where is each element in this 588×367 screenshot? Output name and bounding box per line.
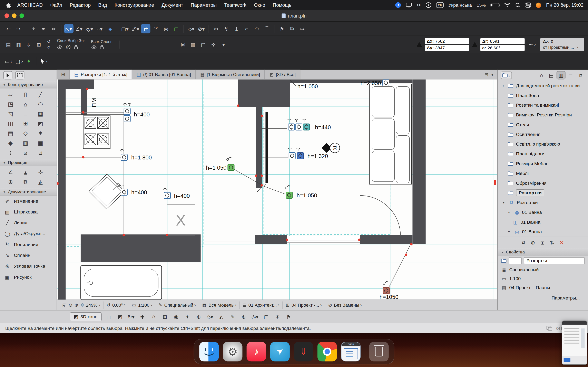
tree-item-rozgortky[interactable]: ▾ ⧉ Розгортки [498, 198, 588, 208]
toolbar-icon[interactable]: ▢ [172, 24, 181, 33]
dock-icon-settings[interactable]: ⚙ [223, 342, 242, 361]
toolbar-icon[interactable]: ▩ [189, 40, 198, 49]
properties-section-header[interactable]: Свойства [498, 248, 588, 256]
tab-rozgortky[interactable]: ▤ Розгортки [1. 1-й этаж] [70, 70, 132, 79]
pan-icon[interactable]: ✥ [80, 302, 84, 308]
toolbar-icon[interactable]: ⌐ [242, 24, 251, 33]
documentation-tool[interactable]: ✐ Изменение [0, 196, 57, 206]
design-tool-icon[interactable]: ◹ [3, 109, 18, 119]
navigator-item[interactable]: Розетки та вимикачі [498, 100, 588, 110]
control-center-icon[interactable] [526, 2, 531, 8]
design-tool-icon[interactable]: ◫ [3, 119, 18, 128]
zoom-in-icon[interactable]: ⊕ [74, 302, 78, 308]
3d-toolbar-icon[interactable]: ⌂ [149, 312, 158, 321]
tree-item-vanna1[interactable]: ▾ ◎ 01 Ванна [498, 208, 588, 217]
navigator-action-icon[interactable]: ⧉ [522, 239, 525, 246]
graphic-override-control[interactable]: ⊘ Без Замены [325, 301, 365, 309]
menu-item[interactable]: Параметры [187, 2, 221, 8]
input-language-badge[interactable]: УК [436, 2, 443, 8]
design-tool-icon[interactable]: ⌂ [18, 99, 33, 109]
toolbar-icon[interactable]: ✛ [209, 40, 218, 49]
design-tool-icon[interactable]: ⧄ [18, 148, 33, 158]
navigator-action-icon[interactable]: ⊞ [540, 240, 545, 245]
toolbar-icon[interactable]: ⊞ [34, 40, 43, 49]
fit-in-window-icon[interactable]: ◱ [62, 302, 67, 308]
section-documentation[interactable]: Документирование [0, 188, 57, 196]
relative-toggle-icon[interactable] [472, 42, 477, 47]
3d-toolbar-icon[interactable]: ⊚ [239, 312, 248, 321]
navigator-mode-icon[interactable]: ▥ [557, 71, 566, 79]
toolbar-icon[interactable]: xy▾ [84, 24, 94, 33]
toolbar-icon[interactable]: ∷▾ [95, 24, 104, 33]
structure-display-control[interactable]: ▦ Вся Модель [199, 301, 240, 309]
navigator-item[interactable]: План підлоги [498, 149, 588, 159]
toolbar-icon[interactable]: ✂ [212, 24, 221, 33]
navigator-mode-icon[interactable]: ▤ [547, 71, 556, 79]
floor-plan-drawing[interactable]: X [57, 79, 497, 300]
location-icon[interactable] [395, 2, 401, 8]
floor-plan-canvas[interactable]: X [57, 79, 497, 300]
toolbar-icon[interactable]: ⇩ [24, 40, 34, 49]
screenshot-preview[interactable] [562, 320, 587, 365]
3d-toolbar-icon[interactable]: ◎▾ [251, 312, 259, 321]
navigator-item[interactable]: Розгортки [498, 188, 588, 198]
3d-toolbar-icon[interactable]: ↻▾ [127, 312, 136, 321]
toolbar-icon[interactable]: ▤ [4, 40, 13, 49]
navigator-item[interactable]: Оброзмірення [498, 178, 588, 188]
projection-tool-icon[interactable]: ⧉ [18, 177, 33, 187]
dr-input[interactable]: Δr:8591 [480, 38, 525, 44]
3d-toolbar-icon[interactable]: ⊕ [194, 312, 203, 321]
close-window-button[interactable] [4, 13, 9, 18]
navigator-item[interactable]: План Зона [498, 91, 588, 100]
wifi-icon[interactable] [504, 3, 510, 8]
zoom-level[interactable]: 249% [86, 302, 100, 308]
toolbar-icon[interactable]: ⌒ [262, 24, 272, 33]
apple-menu[interactable] [6, 2, 11, 8]
marquee-tool[interactable] [15, 71, 24, 79]
3d-toolbar-icon[interactable]: ◭ [217, 312, 226, 321]
toolbar-icon[interactable]: ⊶ [297, 24, 307, 33]
navigator-item[interactable]: Освітл. з прив'язкою [498, 139, 588, 149]
sofa-furniture[interactable] [369, 84, 411, 184]
navigator-action-icon[interactable]: ⊕ [531, 240, 535, 245]
tree-item-vanna3[interactable]: ▾ ◎ 01 Ванна [498, 227, 588, 237]
toolbar-icon[interactable]: ▢▾ [120, 24, 130, 33]
arrow-tool-button[interactable] [39, 57, 48, 66]
navigator-collapse-button[interactable] [501, 72, 512, 79]
design-tool-icon[interactable]: ╱ [33, 90, 48, 99]
tab-3d[interactable]: ◩ [3D / Все] [265, 70, 301, 79]
projection-tool-icon[interactable]: ∠ [3, 167, 18, 177]
documentation-tool[interactable]: ▨ Штриховка [0, 206, 57, 217]
menu-item[interactable]: Вид [95, 2, 111, 8]
zoom-out-icon[interactable]: ⊖ [69, 302, 72, 308]
3d-toolbar-icon[interactable]: ⊞ [160, 312, 169, 321]
dock-icon-plan-window[interactable]: план [341, 342, 361, 361]
3d-toolbar-icon[interactable]: ◩ [115, 312, 124, 321]
navigator-mode-icon[interactable]: ≣ [566, 71, 575, 79]
menu-item[interactable]: Окно [250, 2, 269, 8]
tab-overview-button[interactable]: ⊞ [57, 70, 70, 79]
menu-item[interactable]: Файл [47, 2, 66, 8]
caret-icon[interactable]: ▾ [508, 230, 512, 234]
dz-panel[interactable]: Δz:0 от Проектный ... [540, 38, 584, 50]
design-tool-icon[interactable]: ⊿ [33, 148, 48, 158]
angle-input[interactable]: a:26,60° [480, 45, 525, 50]
toolbar-icon[interactable]: ▭ [4, 57, 13, 66]
toolbar-icon[interactable]: ☍▾ [130, 24, 140, 33]
toolbar-icon[interactable]: ✒ [39, 24, 48, 33]
toolbar-icon[interactable]: ↥ [232, 24, 241, 33]
property-pen-row[interactable]: ≣ Специальный [498, 265, 588, 274]
dropper-button[interactable]: ✒ [527, 40, 537, 49]
3d-toolbar-icon[interactable]: ⚑ [284, 312, 293, 321]
documentation-tool[interactable]: ▣ Рисунок [0, 272, 57, 282]
tabbar-icon[interactable]: ▾ [491, 72, 493, 77]
dock-icon-music[interactable]: ♪ [247, 342, 266, 361]
eye-icon[interactable] [91, 45, 97, 49]
navigator-item[interactable]: Для відомостей розеток та ви [498, 81, 588, 91]
menu-item[interactable]: Документ [158, 2, 187, 8]
menu-item[interactable]: Редактор [66, 2, 95, 8]
scale-control[interactable]: ▭ 1:100 [129, 301, 155, 309]
hide-icon[interactable]: ∅ [66, 43, 71, 50]
dx-input[interactable]: Δx:7682 [425, 38, 469, 44]
navigator-mode-icon[interactable]: ⌂ [537, 71, 546, 79]
